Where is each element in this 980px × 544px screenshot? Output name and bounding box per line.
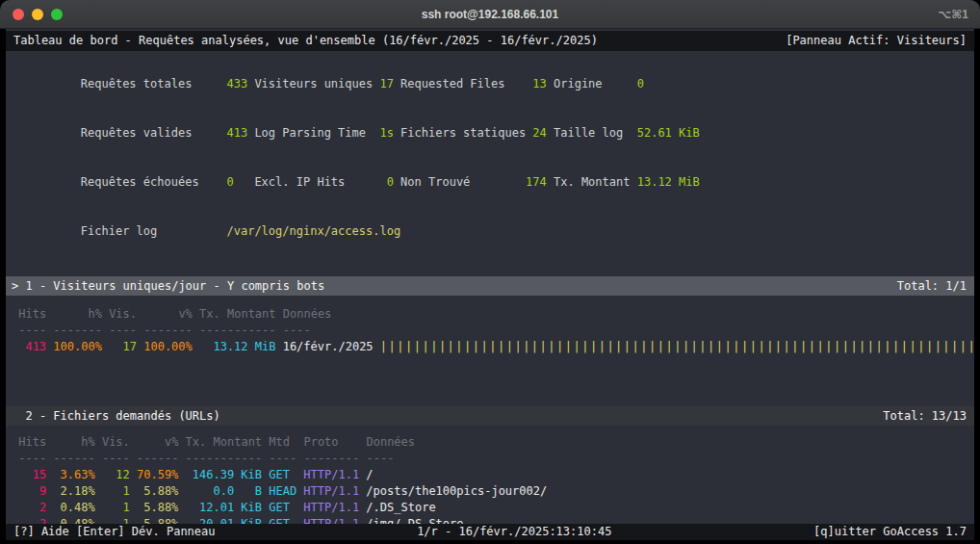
goaccess-footer-bar: [?] Aide [Enter] Dév. Panneau 1/r - 16/f… bbox=[6, 524, 974, 540]
value-failed-requests: 0 bbox=[227, 174, 255, 191]
tx-unit: KiB bbox=[241, 516, 262, 524]
url-value: / bbox=[366, 467, 373, 483]
panel1-data-row[interactable]: 413100.00%17100.00%13.12MiB16/févr./2025… bbox=[6, 339, 974, 355]
tx-amount: 12.01 bbox=[186, 500, 235, 516]
label-not-found: Non Trouvé bbox=[400, 174, 526, 191]
table-row[interactable]: 20.48%15.88%20.01KiBGETHTTP/1.1/img/.DS_… bbox=[6, 516, 974, 524]
hits-value: 2 bbox=[18, 516, 46, 524]
terminal-window: ssh root@192.168.66.101 ⌥⌘1 Tableau de b… bbox=[0, 0, 980, 544]
window-title: ssh root@192.168.66.101 bbox=[0, 8, 980, 21]
hits-percent: 2.18% bbox=[53, 483, 94, 500]
summary-block: Requêtes totales433Visiteurs uniques17Re… bbox=[6, 60, 974, 256]
visitors-value: 1 bbox=[102, 516, 130, 524]
value-excluded-ip-hits: 0 bbox=[379, 174, 393, 191]
tx-unit: B bbox=[241, 483, 262, 500]
hits-percent: 0.48% bbox=[53, 516, 94, 524]
visitors-value: 12 bbox=[102, 467, 130, 483]
value-log-parsing-time: 1s bbox=[379, 125, 393, 142]
http-method: HEAD bbox=[269, 483, 297, 500]
http-protocol: HTTP/1.1 bbox=[303, 500, 359, 516]
hits-percent: 0.48% bbox=[53, 500, 94, 516]
visitors-value: 17 bbox=[109, 339, 137, 355]
label-log-file: Fichier log bbox=[81, 223, 227, 240]
tx-unit: KiB bbox=[241, 500, 262, 516]
panel2-body: Hits h% Vis. v% Tx. Montant Mtd Proto Do… bbox=[6, 426, 974, 524]
goaccess-header-bar: Tableau de bord - Requêtes analysées, vu… bbox=[6, 31, 974, 51]
date-value: 16/févr./2025 bbox=[283, 339, 374, 355]
hits-value: 9 bbox=[18, 483, 46, 500]
table-row[interactable]: 20.48%15.88%12.01KiBGETHTTP/1.1/.DS_Stor… bbox=[6, 500, 974, 516]
value-total-requests: 433 bbox=[227, 76, 255, 92]
tab-shortcut-label: ⌥⌘1 bbox=[938, 8, 968, 21]
value-unique-visitors: 17 bbox=[379, 76, 393, 92]
http-protocol: HTTP/1.1 bbox=[303, 483, 359, 500]
value-not-found: 174 bbox=[526, 174, 547, 191]
http-protocol: HTTP/1.1 bbox=[303, 467, 359, 483]
value-log-file-path: /var/log/nginx/access.log bbox=[227, 223, 401, 240]
hits-value: 2 bbox=[18, 500, 46, 516]
visitors-percent: 70.59% bbox=[137, 467, 178, 483]
table-row[interactable]: 92.18%15.88%0.0BHEADHTTP/1.1/posts/the10… bbox=[6, 483, 974, 500]
http-method: GET bbox=[269, 467, 297, 483]
summary-row-3: Requêtes échouées0Excl. IP Hits0Non Trou… bbox=[6, 158, 974, 207]
dashboard-title: Tableau de bord - Requêtes analysées, vu… bbox=[13, 31, 598, 51]
http-protocol: HTTP/1.1 bbox=[303, 516, 359, 524]
tx-unit: KiB bbox=[241, 467, 262, 483]
panel1-total: Total: 1/1 bbox=[897, 276, 967, 296]
visitors-percent: 5.88% bbox=[137, 516, 178, 524]
label-total-requests: Requêtes totales bbox=[81, 76, 227, 92]
panel2-header-bar[interactable]: 2 - Fichiers demandés (URLs) Total: 13/1… bbox=[6, 406, 974, 426]
panel1-header-bar[interactable]: > 1 - Visiteurs uniques/jour - Y compris… bbox=[6, 276, 974, 296]
url-value: /posts/the100pics-jour002/ bbox=[366, 483, 547, 500]
label-tx-amount: Tx. Montant bbox=[554, 174, 630, 191]
url-value: /.DS_Store bbox=[366, 500, 435, 516]
hits-value: 15 bbox=[18, 467, 46, 483]
visitors-percent: 100.00% bbox=[143, 339, 193, 355]
summary-row-4: Fichier log/var/log/nginx/access.log bbox=[6, 207, 974, 256]
panel2-total: Total: 13/13 bbox=[883, 406, 967, 426]
panel1-body: Hits h% Vis. v% Tx. Montant Données ----… bbox=[6, 296, 974, 406]
value-tx-amount: 13.12 MiB bbox=[637, 174, 700, 191]
panel2-title: 2 - Fichiers demandés (URLs) bbox=[12, 406, 220, 426]
terminal-screen[interactable]: Tableau de bord - Requêtes analysées, vu… bbox=[6, 29, 974, 540]
hits-value: 413 bbox=[18, 339, 46, 355]
tx-unit: MiB bbox=[255, 339, 276, 355]
title-bar[interactable]: ssh root@192.168.66.101 ⌥⌘1 bbox=[0, 0, 980, 29]
visitors-value: 1 bbox=[102, 500, 130, 516]
sparkline-bars: ||||||||||||||||||||||||||||||||||||||||… bbox=[380, 339, 974, 355]
label-static-files: Fichiers statiques bbox=[400, 125, 526, 142]
visitors-percent: 5.88% bbox=[137, 483, 178, 500]
panel2-column-dashes: ---- ------ ---- ------ ----------- ----… bbox=[6, 451, 974, 467]
value-static-files: 24 bbox=[526, 125, 547, 142]
label-log-size: Taille log bbox=[554, 125, 630, 142]
tx-amount: 0.0 bbox=[186, 483, 235, 500]
label-unique-visitors: Visiteurs uniques bbox=[254, 76, 379, 92]
label-referrers: Origine bbox=[554, 76, 630, 92]
summary-row-1: Requêtes totales433Visiteurs uniques17Re… bbox=[6, 60, 974, 109]
footer-status: 1/r - 16/févr./2025:13:10:45 bbox=[417, 524, 611, 540]
value-log-size: 52.61 KiB bbox=[637, 125, 700, 142]
url-value: /img/.DS_Store bbox=[366, 516, 463, 524]
visitors-value: 1 bbox=[102, 483, 130, 500]
tx-amount: 146.39 bbox=[186, 467, 235, 483]
value-referrers: 0 bbox=[637, 76, 644, 92]
footer-quit-hint: [q]uitter GoAccess 1.7 bbox=[813, 524, 967, 540]
summary-row-2: Requêtes valides413Log Parsing Time1sFic… bbox=[6, 109, 974, 158]
http-method: GET bbox=[269, 516, 297, 524]
label-excluded-ip-hits: Excl. IP Hits bbox=[254, 174, 379, 191]
tx-amount: 20.01 bbox=[186, 516, 235, 524]
value-valid-requests: 413 bbox=[227, 125, 255, 142]
label-requested-files: Requested Files bbox=[400, 76, 526, 92]
active-panel-label: [Panneau Actif: Visiteurs] bbox=[786, 31, 967, 51]
tx-amount: 13.12 bbox=[199, 339, 248, 355]
panel2-column-headers: Hits h% Vis. v% Tx. Montant Mtd Proto Do… bbox=[6, 434, 974, 451]
panel1-column-dashes: ---- ------- ---- ------- ----------- --… bbox=[6, 323, 974, 339]
hits-percent: 100.00% bbox=[53, 339, 102, 355]
table-row[interactable]: 153.63%1270.59%146.39KiBGETHTTP/1.1/ bbox=[6, 467, 974, 483]
label-log-parsing-time: Log Parsing Time bbox=[254, 125, 379, 142]
hits-percent: 3.63% bbox=[53, 467, 94, 483]
visitors-percent: 5.88% bbox=[137, 500, 178, 516]
footer-help-hint: [?] Aide [Enter] Dév. Panneau bbox=[13, 524, 216, 540]
http-method: GET bbox=[269, 500, 297, 516]
value-requested-files: 13 bbox=[526, 76, 547, 92]
